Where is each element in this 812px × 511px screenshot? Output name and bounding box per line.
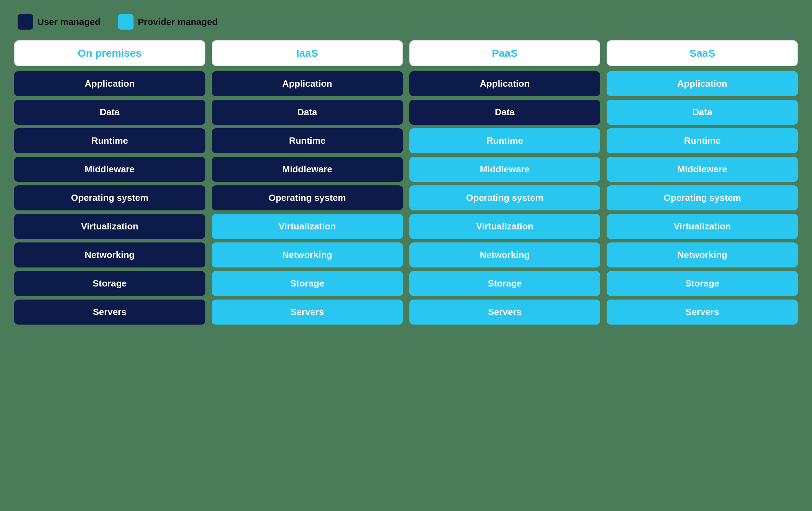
column-on-premises: On premisesApplicationDataRuntimeMiddlew…: [14, 40, 205, 325]
cell-saas-data: Data: [607, 100, 798, 125]
comparison-grid: On premisesApplicationDataRuntimeMiddlew…: [14, 40, 798, 325]
column-iaas: IaaSApplicationDataRuntimeMiddlewareOper…: [212, 40, 403, 325]
cell-saas-operating-system: Operating system: [607, 185, 798, 210]
user-managed-label: User managed: [37, 17, 100, 27]
cell-saas-middleware: Middleware: [607, 157, 798, 182]
column-header-on-premises: On premises: [14, 40, 205, 66]
cell-iaas-operating-system: Operating system: [212, 185, 403, 210]
cell-paas-virtualization: Virtualization: [409, 214, 601, 239]
provider-managed-legend-item: Provider managed: [118, 14, 218, 30]
cell-on-premises-servers: Servers: [14, 300, 205, 325]
cell-paas-runtime: Runtime: [409, 128, 601, 153]
cell-paas-networking: Networking: [409, 242, 601, 267]
cell-on-premises-runtime: Runtime: [14, 128, 205, 153]
cell-paas-servers: Servers: [409, 300, 601, 325]
cell-paas-middleware: Middleware: [409, 157, 601, 182]
column-header-saas: SaaS: [607, 40, 798, 66]
cell-iaas-storage: Storage: [212, 271, 403, 296]
cell-saas-application: Application: [607, 71, 798, 96]
cell-iaas-virtualization: Virtualization: [212, 214, 403, 239]
column-header-paas: PaaS: [409, 40, 601, 66]
cell-saas-virtualization: Virtualization: [607, 214, 798, 239]
cell-on-premises-middleware: Middleware: [14, 157, 205, 182]
column-saas: SaaSApplicationDataRuntimeMiddlewareOper…: [607, 40, 798, 325]
cell-saas-storage: Storage: [607, 271, 798, 296]
provider-managed-label: Provider managed: [138, 17, 218, 27]
cell-iaas-data: Data: [212, 100, 403, 125]
cell-on-premises-operating-system: Operating system: [14, 185, 205, 210]
column-paas: PaaSApplicationDataRuntimeMiddlewareOper…: [409, 40, 601, 325]
cell-saas-servers: Servers: [607, 300, 798, 325]
user-managed-legend-item: User managed: [18, 14, 100, 30]
cell-iaas-runtime: Runtime: [212, 128, 403, 153]
user-managed-swatch: [18, 14, 33, 30]
cell-iaas-servers: Servers: [212, 300, 403, 325]
cell-on-premises-networking: Networking: [14, 242, 205, 267]
cell-paas-application: Application: [409, 71, 601, 96]
cell-on-premises-storage: Storage: [14, 271, 205, 296]
cell-on-premises-virtualization: Virtualization: [14, 214, 205, 239]
cell-paas-data: Data: [409, 100, 601, 125]
cell-on-premises-application: Application: [14, 71, 205, 96]
cell-saas-runtime: Runtime: [607, 128, 798, 153]
cell-iaas-middleware: Middleware: [212, 157, 403, 182]
column-header-iaas: IaaS: [212, 40, 403, 66]
cell-on-premises-data: Data: [14, 100, 205, 125]
cell-saas-networking: Networking: [607, 242, 798, 267]
cell-paas-storage: Storage: [409, 271, 601, 296]
cell-paas-operating-system: Operating system: [409, 185, 601, 210]
provider-managed-swatch: [118, 14, 134, 30]
cell-iaas-networking: Networking: [212, 242, 403, 267]
cell-iaas-application: Application: [212, 71, 403, 96]
legend: User managed Provider managed: [14, 14, 798, 30]
